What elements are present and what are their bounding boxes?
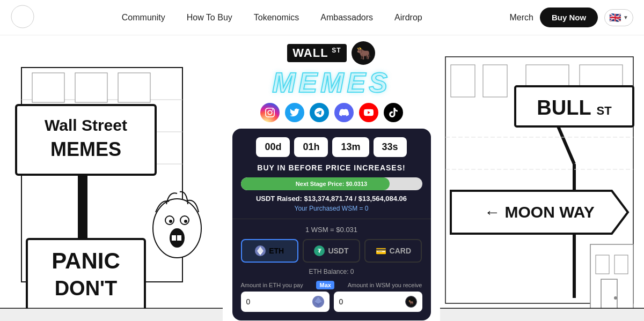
bull-icon: 🐂	[351, 41, 376, 65]
progress-label: Next Stage Price: $0.0313	[296, 181, 367, 187]
svg-text:Wall Street: Wall Street	[45, 116, 127, 134]
left-illustration: Wall Street MEMES PANIC DON'T	[0, 35, 223, 321]
nav-logo[interactable]: 🐂	[11, 5, 34, 31]
card-label: CARD	[390, 247, 411, 255]
nav-tokenomics[interactable]: Tokenomics	[254, 13, 299, 23]
twitter-icon[interactable]	[285, 103, 304, 122]
right-illustration: BULL ST ← MOON WAY	[440, 35, 644, 321]
payment-buttons: ETH ₮ USDT 💳 CARD	[241, 239, 422, 263]
progress-bar: Next Stage Price: $0.0313	[241, 177, 422, 190]
svg-text:🐂: 🐂	[356, 46, 371, 61]
buy-now-button[interactable]: Buy Now	[540, 8, 598, 27]
credit-card-icon: 💳	[376, 246, 386, 256]
svg-rect-43	[614, 255, 628, 274]
youtube-icon[interactable]	[359, 103, 378, 122]
svg-text:PANIC: PANIC	[52, 248, 120, 273]
nav-how-to-buy[interactable]: How To Buy	[187, 13, 232, 23]
presale-box: 00d 01h 13m 33s BUY IN BEFORE PRICE INCR…	[232, 129, 431, 320]
navigation: 🐂 Community How To Buy Tokenomics Ambass…	[0, 0, 644, 35]
svg-rect-10	[78, 175, 87, 239]
eth-coin-icon	[255, 245, 266, 256]
divider	[232, 219, 431, 219]
svg-rect-26	[0, 309, 223, 321]
svg-point-45	[614, 296, 617, 300]
instagram-icon[interactable]	[260, 103, 280, 122]
eth-input-wrapper: 0	[241, 292, 330, 312]
usdt-payment-button[interactable]: ₮ USDT	[303, 239, 360, 263]
merch-link[interactable]: Merch	[509, 13, 533, 23]
svg-rect-29	[451, 65, 475, 97]
wall-st-badge: WALL ST	[287, 44, 346, 62]
usdt-coin-icon: ₮	[314, 245, 325, 256]
eth-input-icon	[312, 296, 324, 308]
svg-rect-24	[118, 73, 150, 102]
wsm-input-wrapper: 0 🐂	[334, 292, 422, 312]
usdt-label: USDT	[328, 247, 348, 255]
tiktok-icon[interactable]	[384, 103, 403, 122]
svg-text:MEMES: MEMES	[50, 138, 121, 160]
eth-amount-label: Amount in ETH you pay	[241, 282, 303, 288]
svg-text:🐂: 🐂	[408, 300, 414, 305]
logo-top-row: WALL ST 🐂	[287, 41, 375, 65]
svg-point-18	[184, 220, 187, 223]
balance-info: ETH Balance: 0	[241, 268, 422, 275]
countdown-minutes: 13m	[332, 137, 369, 157]
countdown: 00d 01h 13m 33s	[241, 137, 422, 157]
eth-amount-input[interactable]: 0	[246, 297, 309, 306]
social-icons	[260, 103, 403, 122]
countdown-days: 00d	[256, 137, 290, 157]
logo-area: WALL ST 🐂 MEMES	[272, 41, 391, 99]
nav-ambassadors[interactable]: Ambassadors	[320, 13, 373, 23]
max-button[interactable]: Max	[316, 281, 334, 289]
flag-icon: 🇬🇧	[609, 12, 621, 24]
countdown-seconds: 33s	[374, 137, 407, 157]
memes-title: MEMES	[272, 66, 391, 99]
eth-payment-button[interactable]: ETH	[241, 239, 298, 263]
svg-rect-22	[32, 73, 64, 102]
nav-right: Merch Buy Now 🇬🇧 ▼	[509, 8, 633, 27]
telegram-icon[interactable]	[310, 103, 329, 122]
svg-point-17	[169, 220, 172, 223]
svg-rect-30	[483, 65, 507, 97]
amount-labels: Amount in ETH you pay Max Amount in WSM …	[241, 281, 422, 289]
countdown-hours: 01h	[294, 137, 328, 157]
buy-in-banner: BUY IN BEFORE PRICE INCREASES!	[241, 163, 422, 172]
nav-airdrop[interactable]: Airdrop	[394, 13, 422, 23]
nav-community[interactable]: Community	[122, 13, 165, 23]
language-selector[interactable]: 🇬🇧 ▼	[604, 9, 633, 26]
eth-label: ETH	[269, 247, 284, 255]
discord-icon[interactable]	[334, 103, 354, 122]
svg-text:← MOON WAY: ← MOON WAY	[484, 203, 595, 221]
svg-point-0	[11, 5, 34, 28]
svg-rect-23	[75, 73, 107, 102]
raised-info: USDT Raised: $13,374,871.74 / $13,564,08…	[241, 195, 422, 203]
wsm-amount-input[interactable]: 0	[339, 297, 402, 306]
chevron-down-icon: ▼	[623, 14, 628, 20]
wsm-amount-label: Amount in WSM you receive	[348, 282, 422, 288]
wsm-rate: 1 WSM = $0.031	[241, 226, 422, 234]
svg-rect-21	[177, 235, 181, 241]
main-content: WALL ST 🐂 MEMES	[223, 35, 440, 320]
svg-rect-42	[596, 255, 609, 274]
card-payment-button[interactable]: 💳 CARD	[364, 239, 422, 263]
wsm-input-icon: 🐂	[405, 296, 417, 308]
amount-inputs: 0 0 🐂	[241, 292, 422, 312]
svg-text:DON'T: DON'T	[55, 277, 118, 300]
svg-rect-20	[172, 235, 176, 241]
svg-rect-47	[440, 309, 644, 321]
purchased-info: Your Purchased WSM = 0	[241, 205, 422, 212]
nav-links: Community How To Buy Tokenomics Ambassad…	[34, 13, 509, 23]
